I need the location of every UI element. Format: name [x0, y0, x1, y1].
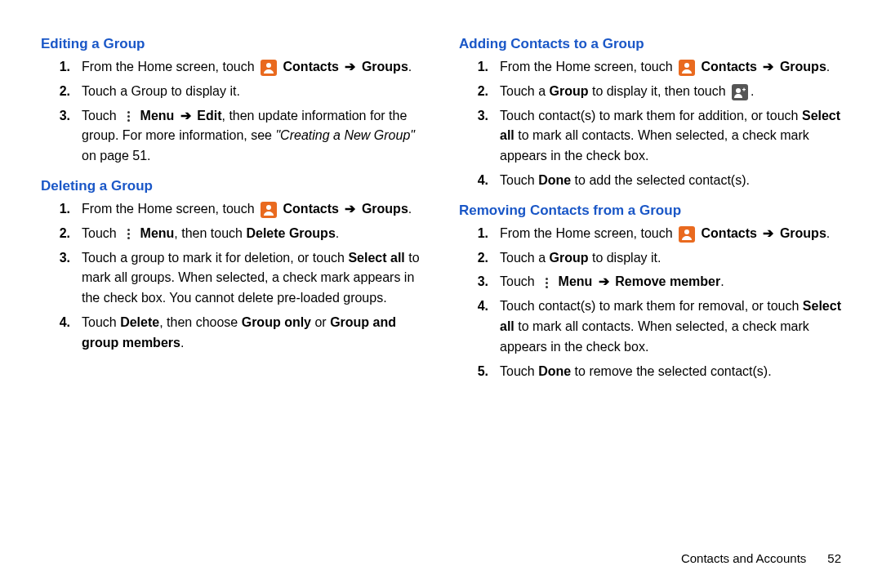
heading-adding-contacts: Adding Contacts to a Group: [459, 36, 841, 52]
list-item: 3. Touch contact(s) to mark them for add…: [459, 106, 841, 167]
heading-editing-group: Editing a Group: [41, 36, 423, 52]
list-item: 1. From the Home screen, touch Contacts …: [459, 57, 841, 78]
list-item: 3. Touch Menu ➔ Remove member.: [459, 272, 841, 292]
list-item: 2. Touch a Group to display it.: [459, 248, 841, 269]
step-body: From the Home screen, touch Contacts ➔ G…: [82, 199, 423, 220]
menu-icon: [541, 275, 552, 290]
step-body: Touch a Group to display it.: [500, 248, 841, 269]
left-column: Editing a Group 1. From the Home screen,…: [41, 34, 423, 393]
heading-removing-contacts: Removing Contacts from a Group: [459, 203, 841, 219]
step-number: 2.: [41, 82, 82, 102]
list-item: 4. Touch contact(s) to mark them for rem…: [459, 296, 841, 357]
footer-section: Contacts and Accounts: [681, 551, 806, 565]
step-body: Touch Menu, then touch Delete Groups.: [82, 224, 423, 244]
page-columns: Editing a Group 1. From the Home screen,…: [41, 34, 841, 393]
contacts-icon: [679, 226, 695, 243]
contacts-icon: [679, 60, 695, 76]
list-removing-contacts: 1. From the Home screen, touch Contacts …: [459, 224, 841, 382]
step-number: 2.: [41, 224, 82, 244]
step-body: From the Home screen, touch Contacts ➔ G…: [500, 57, 841, 78]
step-number: 2.: [459, 248, 500, 269]
svg-point-6: [684, 229, 689, 234]
list-item: 3. Touch Menu ➔ Edit, then update inform…: [41, 106, 423, 167]
right-column: Adding Contacts to a Group 1. From the H…: [459, 34, 841, 393]
list-item: 1. From the Home screen, touch Contacts …: [459, 224, 841, 244]
svg-point-0: [266, 63, 271, 68]
step-number: 3.: [459, 106, 500, 127]
page-footer: Contacts and Accounts 52: [681, 551, 841, 565]
step-body: Touch a group to mark it for deletion, o…: [82, 248, 423, 309]
list-item: 4. Touch Delete, then choose Group only …: [41, 313, 423, 354]
svg-point-3: [736, 88, 741, 93]
step-body: From the Home screen, touch Contacts ➔ G…: [82, 57, 423, 78]
svg-rect-5: [743, 87, 744, 91]
contacts-icon: [261, 60, 277, 76]
step-number: 3.: [459, 272, 500, 292]
step-number: 5.: [459, 362, 500, 382]
heading-deleting-group: Deleting a Group: [41, 178, 423, 194]
step-body: From the Home screen, touch Contacts ➔ G…: [500, 224, 841, 244]
contacts-icon: [261, 202, 277, 218]
step-number: 1.: [459, 57, 500, 78]
menu-icon: [122, 227, 134, 242]
step-number: 1.: [41, 57, 82, 78]
step-body: Touch Done to remove the selected contac…: [500, 362, 841, 382]
svg-point-1: [266, 205, 271, 210]
list-item: 3. Touch a group to mark it for deletion…: [41, 248, 423, 309]
list-editing-group: 1. From the Home screen, touch Contacts …: [41, 57, 423, 167]
footer-page-number: 52: [827, 551, 841, 565]
step-body: Touch Menu ➔ Remove member.: [500, 272, 841, 292]
list-item: 1. From the Home screen, touch Contacts …: [41, 199, 423, 220]
step-number: 1.: [41, 199, 82, 220]
step-number: 2.: [459, 82, 500, 102]
add-contact-icon: [732, 84, 748, 100]
step-body: Touch Done to add the selected contact(s…: [500, 171, 841, 191]
svg-point-2: [684, 63, 689, 68]
list-item: 4. Touch Done to add the selected contac…: [459, 171, 841, 191]
step-number: 1.: [459, 224, 500, 244]
list-deleting-group: 1. From the Home screen, touch Contacts …: [41, 199, 423, 354]
step-body: Touch a Group to display it, then touch …: [500, 82, 841, 102]
list-item: 2. Touch Menu, then touch Delete Groups.: [41, 224, 423, 244]
list-item: 2. Touch a Group to display it, then tou…: [459, 82, 841, 102]
step-number: 4.: [459, 296, 500, 317]
step-number: 4.: [41, 313, 82, 333]
list-item: 5. Touch Done to remove the selected con…: [459, 362, 841, 382]
list-item: 2. Touch a Group to display it.: [41, 82, 423, 102]
step-number: 4.: [459, 171, 500, 191]
step-body: Touch Menu ➔ Edit, then update informati…: [82, 106, 423, 167]
step-body: Touch contact(s) to mark them for additi…: [500, 106, 841, 167]
step-body: Touch Delete, then choose Group only or …: [82, 313, 423, 354]
step-number: 3.: [41, 248, 82, 269]
list-adding-contacts: 1. From the Home screen, touch Contacts …: [459, 57, 841, 191]
menu-icon: [122, 109, 134, 123]
list-item: 1. From the Home screen, touch Contacts …: [41, 57, 423, 78]
step-body: Touch a Group to display it.: [82, 82, 423, 102]
step-body: Touch contact(s) to mark them for remova…: [500, 296, 841, 357]
step-number: 3.: [41, 106, 82, 127]
